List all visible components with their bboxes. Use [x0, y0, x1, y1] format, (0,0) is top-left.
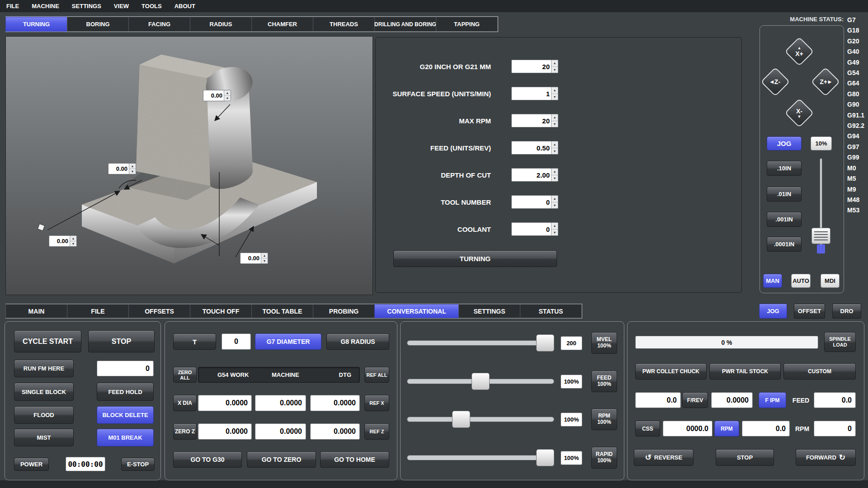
spin-down-icon[interactable]: ▼	[552, 148, 558, 155]
tab-offsets[interactable]: OFFSETS	[128, 304, 190, 318]
spin-down-icon[interactable]: ▼	[70, 241, 76, 246]
spindle-forward-button[interactable]: FORWARD ↻	[796, 449, 856, 466]
tool-button[interactable]: T	[173, 333, 216, 350]
form-row-spinbox[interactable]: ▲ ▼	[511, 87, 558, 100]
tab-settings[interactable]: SETTINGS	[458, 304, 520, 318]
tab-touch-off[interactable]: TOUCH OFF	[190, 304, 252, 318]
spin-input[interactable]	[512, 114, 551, 127]
spin-arrows[interactable]: ▲ ▼	[551, 87, 558, 100]
dim-left-input[interactable]	[108, 164, 129, 174]
tab-turning[interactable]: TURNING	[5, 17, 67, 32]
custom-button[interactable]: CUSTOM	[783, 363, 856, 380]
menu-machine[interactable]: MACHINE	[32, 3, 59, 9]
menu-tools[interactable]: TOOLS	[142, 3, 162, 9]
mvel-slider-handle[interactable]	[536, 334, 554, 352]
z-axis-zero-button[interactable]: ZERO Z	[173, 423, 197, 440]
spin-input[interactable]	[512, 87, 551, 100]
spin-down-icon[interactable]: ▼	[552, 67, 558, 73]
ref-z-button[interactable]: REF Z	[364, 423, 389, 440]
menu-view[interactable]: VIEW	[114, 3, 129, 9]
dim-bottom-right-spinbox[interactable]: ▲ ▼	[240, 253, 268, 264]
g7-diameter-button[interactable]: G7 DIAMETER	[255, 333, 321, 350]
spin-input[interactable]	[512, 141, 551, 154]
spin-down-icon[interactable]: ▼	[129, 169, 136, 174]
f-ipm-button[interactable]: F IPM	[759, 392, 786, 408]
x-axis-zero-button[interactable]: X DIA	[173, 395, 197, 411]
rapid-slider-handle[interactable]	[536, 449, 554, 466]
run-fm-here-button[interactable]: RUN FM HERE	[14, 360, 74, 377]
spin-arrows[interactable]: ▲ ▼	[70, 236, 76, 246]
block-delete-button[interactable]: BLOCK DELETE	[97, 406, 154, 424]
menu-file[interactable]: FILE	[6, 3, 19, 9]
spin-up-icon[interactable]: ▲	[552, 169, 558, 175]
tab-file[interactable]: FILE	[67, 304, 129, 318]
jog-increment-01-button[interactable]: .01IN	[767, 187, 802, 202]
side-tab-jog[interactable]: JOG	[759, 304, 787, 319]
menu-about[interactable]: ABOUT	[175, 3, 195, 9]
ref-x-button[interactable]: REF X	[364, 395, 389, 411]
feed-slider-handle[interactable]	[472, 373, 490, 390]
jog-mode-button[interactable]: JOG	[767, 136, 802, 150]
spin-up-icon[interactable]: ▲	[224, 90, 231, 96]
spindle-load-button[interactable]: SPINDLE LOAD	[824, 332, 856, 352]
f-rev-button[interactable]: F/REV	[682, 392, 708, 408]
cycle-start-button[interactable]: CYCLE START	[14, 330, 81, 352]
spin-down-icon[interactable]: ▼	[552, 230, 558, 236]
jog-increment-001-button[interactable]: .001IN	[767, 212, 802, 227]
spin-up-icon[interactable]: ▲	[261, 253, 268, 258]
spin-up-icon[interactable]: ▲	[129, 164, 136, 169]
goto-home-button[interactable]: GO TO HOME	[320, 451, 389, 468]
jog-increment-0001-button[interactable]: .0001IN	[767, 237, 802, 252]
spin-input[interactable]	[512, 223, 551, 235]
spin-input[interactable]	[512, 60, 551, 73]
spin-input[interactable]	[512, 169, 551, 181]
rpm-override-button[interactable]: RPM 100%	[591, 408, 617, 430]
feed-hold-button[interactable]: FEED HOLD	[97, 383, 154, 401]
spin-up-icon[interactable]: ▲	[70, 236, 76, 241]
spin-arrows[interactable]: ▲ ▼	[129, 164, 136, 174]
rpm-mode-button[interactable]: RPM	[714, 421, 739, 436]
tab-conversational[interactable]: CONVERSATIONAL	[374, 304, 459, 318]
rpm-slider-handle[interactable]	[452, 411, 470, 428]
form-row-spinbox[interactable]: ▲ ▼	[511, 60, 558, 73]
spin-arrows[interactable]: ▲ ▼	[551, 60, 558, 73]
form-row-spinbox[interactable]: ▲ ▼	[511, 141, 558, 155]
mode-man-button[interactable]: MAN	[763, 274, 782, 288]
g8-radius-button[interactable]: G8 RADIUS	[326, 333, 389, 350]
tab-boring[interactable]: BORING	[67, 17, 129, 32]
spin-up-icon[interactable]: ▲	[552, 223, 558, 230]
spindle-stop-button[interactable]: STOP	[716, 449, 774, 466]
tab-threads[interactable]: THREADS	[313, 17, 375, 32]
rapid-override-button[interactable]: RAPID 100%	[591, 447, 617, 469]
tab-status[interactable]: STATUS	[520, 304, 582, 318]
power-button[interactable]: POWER	[14, 458, 49, 471]
spindle-reverse-button[interactable]: ↺ REVERSE	[634, 449, 693, 466]
pwr-tail-stock-button[interactable]: PWR TAIL STOCK	[709, 363, 781, 380]
spin-down-icon[interactable]: ▼	[261, 258, 268, 263]
dim-bottom-right-input[interactable]	[241, 253, 261, 263]
spin-down-icon[interactable]: ▼	[552, 175, 558, 182]
single-block-button[interactable]: SINGLE BLOCK	[14, 383, 74, 401]
spin-arrows[interactable]: ▲ ▼	[551, 114, 558, 127]
zero-all-button[interactable]: ZERO ALL	[173, 367, 197, 383]
dim-left-spinbox[interactable]: ▲ ▼	[108, 163, 136, 174]
spin-arrows[interactable]: ▲ ▼	[551, 169, 558, 181]
tab-drilling-and-boring[interactable]: DRILLING AND BORING	[374, 17, 436, 32]
tab-chamfer[interactable]: CHAMFER	[251, 17, 313, 32]
form-row-spinbox[interactable]: ▲ ▼	[511, 114, 558, 127]
spin-arrows[interactable]: ▲ ▼	[551, 196, 558, 208]
estop-button[interactable]: E-STOP	[121, 458, 155, 471]
mode-auto-button[interactable]: AUTO	[791, 274, 811, 288]
menu-settings[interactable]: SETTINGS	[72, 3, 101, 9]
spin-up-icon[interactable]: ▲	[552, 60, 558, 67]
stop-button[interactable]: STOP	[88, 330, 155, 352]
tab-tapping[interactable]: TAPPING	[436, 17, 498, 32]
dim-bottom-left-spinbox[interactable]: ▲ ▼	[49, 235, 77, 247]
tab-main[interactable]: MAIN	[5, 304, 67, 318]
tab-radius[interactable]: RADIUS	[190, 17, 252, 32]
spin-down-icon[interactable]: ▼	[552, 121, 558, 127]
spin-input[interactable]	[512, 196, 551, 208]
m01-break-button[interactable]: M01 BREAK	[97, 429, 154, 446]
form-row-spinbox[interactable]: ▲ ▼	[511, 222, 558, 236]
side-tab-dro[interactable]: DRO	[832, 304, 861, 319]
